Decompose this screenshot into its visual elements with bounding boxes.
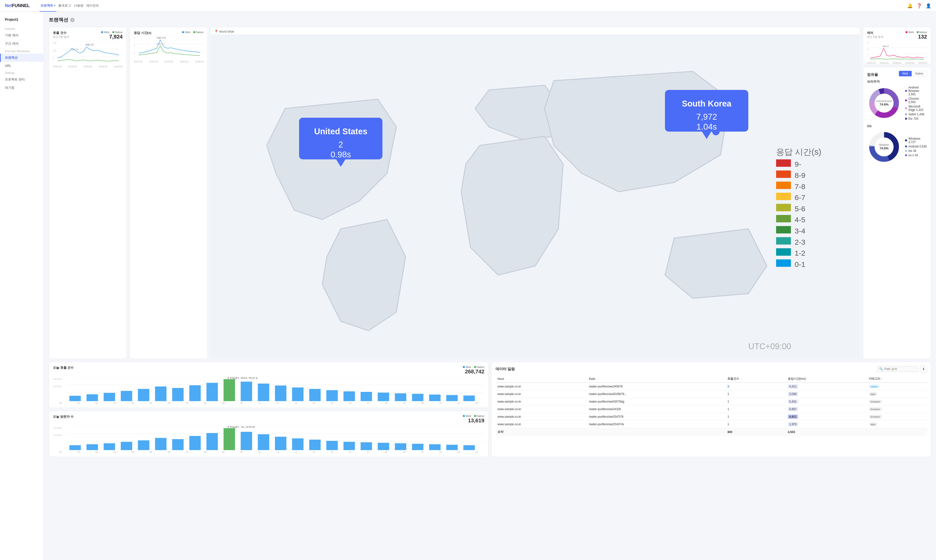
map-card: 📍 World Wide xyxy=(211,27,860,359)
os-donut-row: Windows 74.6% Windows 3,727 Android 2,63… xyxy=(867,130,927,164)
svg-rect-98 xyxy=(412,394,423,401)
error-chart: 20 10 0 High 13 10:51:2410:52:2410:53:24… xyxy=(867,41,927,60)
table-row[interactable]: www.sample.co.kr /water-purifiers/we2543… xyxy=(496,421,927,428)
call-count-title: 호출 건수 xyxy=(53,31,69,35)
response-time-card: 응답 시간(s) Web Native 6 3 0 xyxy=(130,27,208,359)
cell-response: 3,036 xyxy=(786,391,867,398)
col-category: 카테고리 ↑ xyxy=(867,375,927,383)
svg-rect-38 xyxy=(776,204,791,211)
svg-text:9-: 9- xyxy=(794,160,801,168)
table-row[interactable]: www.sample.co.kr /water-purifiers/wu0245… xyxy=(496,391,927,398)
cell-host: www.sample.co.kr xyxy=(496,391,587,398)
bell-icon[interactable]: 🔔 xyxy=(907,3,913,9)
share-tab-native[interactable]: Native xyxy=(911,71,927,76)
svg-rect-120 xyxy=(275,437,286,450)
share-tabs: Web Native xyxy=(899,71,927,77)
today-visitors-card: 오늘 방문자 수 Web Native 13,619 40k 20k xyxy=(49,411,488,457)
sidebar-item-section-control[interactable]: 구간 제어 xyxy=(0,40,44,48)
svg-rect-116 xyxy=(206,433,218,450)
svg-rect-118 xyxy=(240,432,252,450)
svg-rect-83 xyxy=(155,386,166,401)
svg-rect-100 xyxy=(446,395,458,401)
svg-rect-121 xyxy=(292,438,303,450)
sidebar-item-waiting[interactable]: 대기창 xyxy=(0,84,44,92)
svg-rect-89 xyxy=(258,383,269,401)
share-tab-web[interactable]: Web xyxy=(899,71,911,76)
cell-response: 4,411 xyxy=(786,383,867,391)
svg-text:2: 2 xyxy=(338,140,343,149)
svg-rect-97 xyxy=(395,393,406,401)
error-value: 132 xyxy=(905,34,927,40)
svg-rect-48 xyxy=(776,259,791,266)
today-visitors-title: 오늘 방문자 수 xyxy=(53,414,74,419)
nav-stats[interactable]: 통계로그 xyxy=(57,0,72,12)
svg-rect-114 xyxy=(172,439,183,450)
svg-rect-108 xyxy=(69,445,81,450)
svg-text:80k: 80k xyxy=(53,378,62,380)
table-row[interactable]: www.sample.co.kr /water-purifiers/we2456… xyxy=(496,383,927,391)
svg-rect-125 xyxy=(360,442,372,450)
world-map-svg: United States 2 0.98s South Korea 7,972 … xyxy=(211,34,860,358)
col-path: Path ↑ xyxy=(587,375,725,383)
svg-rect-90 xyxy=(275,386,286,401)
svg-text:South Korea: South Korea xyxy=(682,99,731,108)
svg-rect-87 xyxy=(223,379,235,401)
os-section: OS xyxy=(867,124,927,164)
svg-text:20: 20 xyxy=(867,42,869,44)
svg-rect-78 xyxy=(69,396,81,401)
browser-legend: Android Browser 2,561 Chrome 2,552 Micro… xyxy=(905,86,927,120)
svg-text:High 60,921: High 60,921 xyxy=(228,377,258,379)
svg-rect-117 xyxy=(223,428,235,450)
os-legend: Windows 3,727 Android 2,630 ios 34 os x … xyxy=(905,137,927,157)
table-row[interactable]: www.sample.co.kr /water-purifiers/we2547… xyxy=(496,413,927,421)
cell-path: /water-purifiers/wu0245678... xyxy=(587,391,725,398)
svg-text:High 46: High 46 xyxy=(71,48,79,51)
cell-calls: 1 xyxy=(725,421,786,428)
help-icon[interactable]: ❓ xyxy=(916,3,922,9)
header: NetFUNNEL 프로젝트 ▾ 통계로그 사용량 에이전트 🔔 ❓ 👤 xyxy=(0,0,936,12)
svg-rect-80 xyxy=(103,393,115,401)
table-row[interactable]: www.sample.co.kr /water-purifiers/we2432… xyxy=(496,406,927,413)
cell-host: www.sample.co.kr xyxy=(496,383,587,391)
svg-text:0: 0 xyxy=(134,52,135,55)
cell-response: 1,976 xyxy=(786,421,867,428)
data-table-header: 데이터 일람 🔍 ⬇ xyxy=(496,366,927,372)
svg-text:United States: United States xyxy=(314,127,367,136)
sidebar-section-eum: End User Monitoring xyxy=(0,48,44,54)
svg-rect-91 xyxy=(292,388,303,401)
sidebar-item-url[interactable]: URL xyxy=(0,62,44,69)
svg-rect-88 xyxy=(240,382,252,401)
svg-text:응답 시간(s): 응답 시간(s) xyxy=(776,147,821,157)
svg-text:6-7: 6-7 xyxy=(794,193,805,202)
error-title: 에러 xyxy=(867,31,883,35)
error-subtitle: 최근 5분 합계 xyxy=(867,35,883,39)
svg-text:UTC+09:00: UTC+09:00 xyxy=(748,342,791,351)
table-row[interactable]: www.sample.co.kr /water-purifiers/we0357… xyxy=(496,398,927,406)
svg-rect-126 xyxy=(378,443,389,450)
search-input[interactable] xyxy=(884,367,916,371)
svg-text:High 3,254: High 3,254 xyxy=(228,426,255,428)
share-card: 점유율 Web Native 브라우저 xyxy=(863,67,931,359)
nav-project[interactable]: 프로젝트 ▾ xyxy=(40,0,56,12)
svg-rect-112 xyxy=(138,440,149,450)
search-box[interactable]: 🔍 xyxy=(877,366,918,372)
download-button[interactable]: ⬇ xyxy=(920,366,927,372)
svg-rect-84 xyxy=(172,388,183,401)
nav-usage[interactable]: 사용량 xyxy=(73,0,84,12)
sidebar-item-project-manage[interactable]: 프로젝트 관리 xyxy=(0,75,44,84)
svg-rect-101 xyxy=(463,395,475,401)
svg-text:40k: 40k xyxy=(53,427,62,429)
summary-response: 4,503 xyxy=(786,428,867,436)
sidebar-item-basic-control[interactable]: 기본 제어 xyxy=(0,31,44,40)
sidebar-item-transaction[interactable]: 트랜잭션 xyxy=(0,54,44,62)
svg-rect-93 xyxy=(326,390,338,401)
nav-agent[interactable]: 에이전트 xyxy=(85,0,100,12)
svg-rect-127 xyxy=(395,443,406,450)
browser-label: 브라우저 xyxy=(867,80,927,84)
svg-text:Windows: Windows xyxy=(879,143,889,146)
user-icon[interactable]: 👤 xyxy=(926,3,931,9)
svg-rect-82 xyxy=(138,389,149,401)
page-title-row: 트랜잭션 ? xyxy=(49,17,931,23)
svg-rect-44 xyxy=(776,237,791,245)
info-icon[interactable]: ? xyxy=(70,18,75,22)
